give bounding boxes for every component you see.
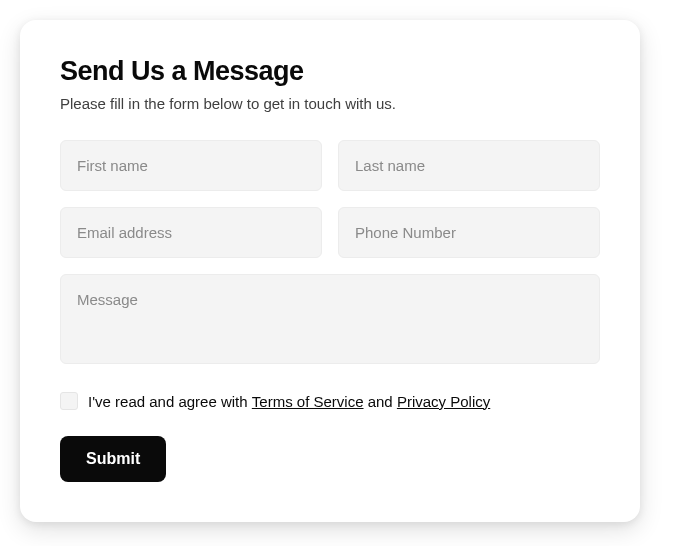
consent-row: I've read and agree with Terms of Servic… — [60, 392, 600, 410]
form-subheading: Please fill in the form below to get in … — [60, 95, 600, 112]
privacy-policy-link[interactable]: Privacy Policy — [397, 393, 490, 410]
email-field[interactable] — [60, 207, 322, 258]
consent-text: I've read and agree with Terms of Servic… — [88, 393, 490, 410]
contact-row — [60, 207, 600, 258]
name-row — [60, 140, 600, 191]
consent-middle: and — [364, 393, 397, 410]
consent-checkbox[interactable] — [60, 392, 78, 410]
submit-button[interactable]: Submit — [60, 436, 166, 482]
message-field[interactable] — [60, 274, 600, 364]
first-name-field[interactable] — [60, 140, 322, 191]
contact-form-card: Send Us a Message Please fill in the for… — [20, 20, 640, 522]
consent-prefix: I've read and agree with — [88, 393, 252, 410]
phone-field[interactable] — [338, 207, 600, 258]
last-name-field[interactable] — [338, 140, 600, 191]
terms-of-service-link[interactable]: Terms of Service — [252, 393, 364, 410]
form-heading: Send Us a Message — [60, 56, 600, 87]
